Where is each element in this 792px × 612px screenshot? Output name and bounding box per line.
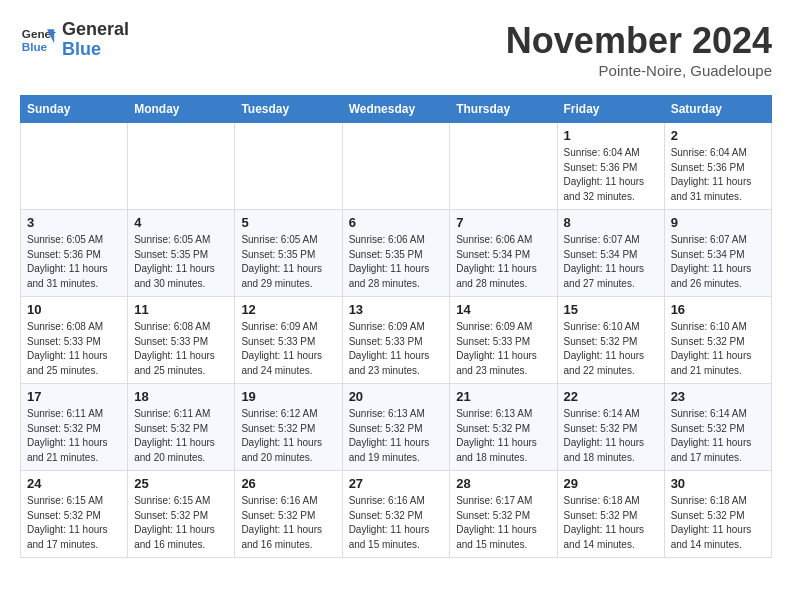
week-row-4: 17Sunrise: 6:11 AM Sunset: 5:32 PM Dayli…	[21, 384, 772, 471]
day-number: 29	[564, 476, 658, 491]
calendar-cell: 21Sunrise: 6:13 AM Sunset: 5:32 PM Dayli…	[450, 384, 557, 471]
day-info: Sunrise: 6:18 AM Sunset: 5:32 PM Dayligh…	[671, 494, 765, 552]
day-number: 12	[241, 302, 335, 317]
calendar-cell: 22Sunrise: 6:14 AM Sunset: 5:32 PM Dayli…	[557, 384, 664, 471]
day-info: Sunrise: 6:10 AM Sunset: 5:32 PM Dayligh…	[671, 320, 765, 378]
day-number: 27	[349, 476, 444, 491]
weekday-header-friday: Friday	[557, 96, 664, 123]
day-info: Sunrise: 6:06 AM Sunset: 5:34 PM Dayligh…	[456, 233, 550, 291]
calendar-cell: 24Sunrise: 6:15 AM Sunset: 5:32 PM Dayli…	[21, 471, 128, 558]
weekday-header-thursday: Thursday	[450, 96, 557, 123]
day-info: Sunrise: 6:16 AM Sunset: 5:32 PM Dayligh…	[241, 494, 335, 552]
calendar-cell: 7Sunrise: 6:06 AM Sunset: 5:34 PM Daylig…	[450, 210, 557, 297]
logo-text: General Blue	[62, 20, 129, 60]
weekday-header-tuesday: Tuesday	[235, 96, 342, 123]
calendar-cell: 26Sunrise: 6:16 AM Sunset: 5:32 PM Dayli…	[235, 471, 342, 558]
calendar-cell: 27Sunrise: 6:16 AM Sunset: 5:32 PM Dayli…	[342, 471, 450, 558]
calendar-cell: 19Sunrise: 6:12 AM Sunset: 5:32 PM Dayli…	[235, 384, 342, 471]
logo: General Blue General Blue	[20, 20, 129, 60]
day-number: 22	[564, 389, 658, 404]
day-info: Sunrise: 6:13 AM Sunset: 5:32 PM Dayligh…	[349, 407, 444, 465]
day-number: 5	[241, 215, 335, 230]
day-info: Sunrise: 6:10 AM Sunset: 5:32 PM Dayligh…	[564, 320, 658, 378]
day-info: Sunrise: 6:07 AM Sunset: 5:34 PM Dayligh…	[564, 233, 658, 291]
calendar-cell: 20Sunrise: 6:13 AM Sunset: 5:32 PM Dayli…	[342, 384, 450, 471]
day-number: 3	[27, 215, 121, 230]
day-number: 26	[241, 476, 335, 491]
day-number: 11	[134, 302, 228, 317]
day-info: Sunrise: 6:06 AM Sunset: 5:35 PM Dayligh…	[349, 233, 444, 291]
calendar-cell: 5Sunrise: 6:05 AM Sunset: 5:35 PM Daylig…	[235, 210, 342, 297]
day-number: 6	[349, 215, 444, 230]
day-number: 16	[671, 302, 765, 317]
day-info: Sunrise: 6:08 AM Sunset: 5:33 PM Dayligh…	[27, 320, 121, 378]
day-info: Sunrise: 6:15 AM Sunset: 5:32 PM Dayligh…	[134, 494, 228, 552]
logo-general: General	[62, 19, 129, 39]
calendar-cell: 1Sunrise: 6:04 AM Sunset: 5:36 PM Daylig…	[557, 123, 664, 210]
calendar-cell: 18Sunrise: 6:11 AM Sunset: 5:32 PM Dayli…	[128, 384, 235, 471]
day-number: 30	[671, 476, 765, 491]
logo-icon: General Blue	[20, 22, 56, 58]
day-info: Sunrise: 6:05 AM Sunset: 5:36 PM Dayligh…	[27, 233, 121, 291]
day-info: Sunrise: 6:14 AM Sunset: 5:32 PM Dayligh…	[564, 407, 658, 465]
calendar-cell: 25Sunrise: 6:15 AM Sunset: 5:32 PM Dayli…	[128, 471, 235, 558]
day-info: Sunrise: 6:12 AM Sunset: 5:32 PM Dayligh…	[241, 407, 335, 465]
weekday-header-saturday: Saturday	[664, 96, 771, 123]
calendar-cell	[235, 123, 342, 210]
page-header: General Blue General Blue November 2024 …	[20, 20, 772, 79]
calendar-cell: 17Sunrise: 6:11 AM Sunset: 5:32 PM Dayli…	[21, 384, 128, 471]
calendar-cell: 6Sunrise: 6:06 AM Sunset: 5:35 PM Daylig…	[342, 210, 450, 297]
calendar-cell: 2Sunrise: 6:04 AM Sunset: 5:36 PM Daylig…	[664, 123, 771, 210]
day-info: Sunrise: 6:09 AM Sunset: 5:33 PM Dayligh…	[241, 320, 335, 378]
calendar-cell: 30Sunrise: 6:18 AM Sunset: 5:32 PM Dayli…	[664, 471, 771, 558]
day-number: 20	[349, 389, 444, 404]
day-number: 18	[134, 389, 228, 404]
calendar-table: SundayMondayTuesdayWednesdayThursdayFrid…	[20, 95, 772, 558]
calendar-cell: 3Sunrise: 6:05 AM Sunset: 5:36 PM Daylig…	[21, 210, 128, 297]
calendar-cell: 4Sunrise: 6:05 AM Sunset: 5:35 PM Daylig…	[128, 210, 235, 297]
calendar-cell	[450, 123, 557, 210]
calendar-cell: 15Sunrise: 6:10 AM Sunset: 5:32 PM Dayli…	[557, 297, 664, 384]
weekday-header-sunday: Sunday	[21, 96, 128, 123]
calendar-cell: 11Sunrise: 6:08 AM Sunset: 5:33 PM Dayli…	[128, 297, 235, 384]
calendar-cell: 10Sunrise: 6:08 AM Sunset: 5:33 PM Dayli…	[21, 297, 128, 384]
calendar-cell	[342, 123, 450, 210]
day-number: 23	[671, 389, 765, 404]
calendar-cell: 14Sunrise: 6:09 AM Sunset: 5:33 PM Dayli…	[450, 297, 557, 384]
day-info: Sunrise: 6:16 AM Sunset: 5:32 PM Dayligh…	[349, 494, 444, 552]
day-number: 1	[564, 128, 658, 143]
day-info: Sunrise: 6:11 AM Sunset: 5:32 PM Dayligh…	[27, 407, 121, 465]
day-info: Sunrise: 6:08 AM Sunset: 5:33 PM Dayligh…	[134, 320, 228, 378]
title-block: November 2024 Pointe-Noire, Guadeloupe	[506, 20, 772, 79]
day-number: 10	[27, 302, 121, 317]
calendar-cell: 23Sunrise: 6:14 AM Sunset: 5:32 PM Dayli…	[664, 384, 771, 471]
week-row-3: 10Sunrise: 6:08 AM Sunset: 5:33 PM Dayli…	[21, 297, 772, 384]
calendar-cell	[21, 123, 128, 210]
day-info: Sunrise: 6:15 AM Sunset: 5:32 PM Dayligh…	[27, 494, 121, 552]
day-info: Sunrise: 6:13 AM Sunset: 5:32 PM Dayligh…	[456, 407, 550, 465]
day-number: 14	[456, 302, 550, 317]
day-info: Sunrise: 6:14 AM Sunset: 5:32 PM Dayligh…	[671, 407, 765, 465]
day-info: Sunrise: 6:07 AM Sunset: 5:34 PM Dayligh…	[671, 233, 765, 291]
day-number: 2	[671, 128, 765, 143]
calendar-cell: 13Sunrise: 6:09 AM Sunset: 5:33 PM Dayli…	[342, 297, 450, 384]
weekday-header-wednesday: Wednesday	[342, 96, 450, 123]
day-info: Sunrise: 6:05 AM Sunset: 5:35 PM Dayligh…	[241, 233, 335, 291]
day-number: 9	[671, 215, 765, 230]
day-number: 24	[27, 476, 121, 491]
day-number: 13	[349, 302, 444, 317]
day-number: 28	[456, 476, 550, 491]
day-info: Sunrise: 6:11 AM Sunset: 5:32 PM Dayligh…	[134, 407, 228, 465]
week-row-2: 3Sunrise: 6:05 AM Sunset: 5:36 PM Daylig…	[21, 210, 772, 297]
week-row-5: 24Sunrise: 6:15 AM Sunset: 5:32 PM Dayli…	[21, 471, 772, 558]
day-number: 8	[564, 215, 658, 230]
weekday-header-row: SundayMondayTuesdayWednesdayThursdayFrid…	[21, 96, 772, 123]
day-info: Sunrise: 6:05 AM Sunset: 5:35 PM Dayligh…	[134, 233, 228, 291]
day-info: Sunrise: 6:17 AM Sunset: 5:32 PM Dayligh…	[456, 494, 550, 552]
day-number: 7	[456, 215, 550, 230]
calendar-cell: 16Sunrise: 6:10 AM Sunset: 5:32 PM Dayli…	[664, 297, 771, 384]
calendar-cell: 28Sunrise: 6:17 AM Sunset: 5:32 PM Dayli…	[450, 471, 557, 558]
day-number: 4	[134, 215, 228, 230]
logo-blue: Blue	[62, 39, 101, 59]
svg-text:Blue: Blue	[22, 40, 48, 53]
